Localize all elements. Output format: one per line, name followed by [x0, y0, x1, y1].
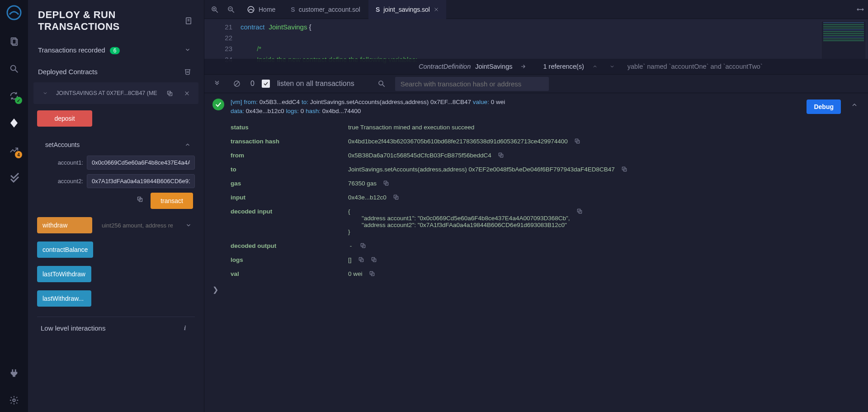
withdraw-button[interactable]: withdraw — [37, 217, 92, 233]
ban-icon[interactable] — [231, 77, 243, 90]
tx-key: input — [231, 194, 348, 201]
tab-home-label: Home — [259, 6, 275, 13]
tab-joint-savings[interactable]: S joint_savings.sol — [368, 0, 446, 19]
pending-count: 0 — [250, 80, 255, 88]
account1-input[interactable] — [87, 156, 195, 170]
terminal-prompt[interactable]: ❯ — [212, 285, 860, 294]
tab-customer-account[interactable]: S customer_account.sol — [283, 0, 368, 19]
svg-line-4 — [15, 70, 18, 73]
search-icon[interactable] — [7, 62, 21, 76]
close-icon[interactable] — [180, 87, 193, 99]
tx-value: true Transaction mined and execution suc… — [348, 124, 860, 131]
settings-icon[interactable] — [7, 393, 21, 407]
panel-doc-icon[interactable] — [183, 14, 194, 27]
svg-line-29 — [382, 85, 385, 87]
copy-icon[interactable] — [163, 87, 176, 99]
copy-icon[interactable] — [360, 242, 366, 249]
ref-tail: yable` named `accountOne` and `accountTw… — [627, 63, 763, 70]
copy-icon[interactable] — [393, 194, 399, 200]
tx-value: 0x43e...b12c0 — [348, 194, 860, 201]
svg-point-28 — [379, 81, 383, 85]
compiler-icon[interactable]: ✓ — [7, 89, 21, 103]
deployed-instance-header[interactable]: JOINTSAVINGS AT 0X7EF...8CB47 (ME — [33, 82, 198, 104]
tx-key: from — [231, 152, 348, 159]
tx-value: 0x5B38Da6a701c568545dCfcB03FcB875f56bedd… — [348, 152, 860, 159]
info-icon[interactable]: i — [179, 322, 191, 334]
withdraw-params-input[interactable] — [97, 218, 178, 232]
tab-home[interactable]: Home — [240, 0, 283, 19]
contractbalance-button[interactable]: contractBalance — [37, 242, 93, 258]
solidity-file-icon: S — [376, 6, 380, 13]
svg-point-0 — [7, 6, 21, 19]
file-explorer-icon[interactable] — [7, 34, 21, 49]
chevron-up-icon[interactable] — [589, 60, 601, 73]
left-icon-bar: ✓ 4 — [0, 0, 28, 412]
svg-point-3 — [11, 66, 16, 71]
deployed-contracts-label: Deployed Contracts — [38, 68, 98, 76]
deposit-button[interactable]: deposit — [37, 110, 92, 127]
compiler-success-badge: ✓ — [15, 97, 22, 104]
tx-value: 0 wei — [348, 270, 860, 277]
chevron-down-icon[interactable] — [606, 60, 618, 73]
zoom-in-icon[interactable] — [207, 2, 222, 17]
tx-key: decoded output — [231, 242, 348, 249]
copy-icon[interactable] — [371, 256, 377, 263]
home-tab-icon — [247, 5, 255, 14]
transactions-recorded-label: Transactions recorded — [38, 46, 105, 54]
analytics-icon[interactable]: 4 — [7, 143, 21, 157]
chevron-up-icon[interactable] — [181, 138, 194, 151]
code-editor[interactable]: 21222324 contract JointSavings { /* Insi… — [204, 19, 868, 74]
debug-button[interactable]: Debug — [807, 99, 841, 114]
tx-value: { "address account1": "0x0c0669Cd5e60a6F… — [348, 208, 860, 235]
chevron-down-icon[interactable] — [182, 219, 195, 232]
lowlevel-label: Low level interactions — [41, 324, 105, 332]
copy-icon[interactable] — [383, 180, 389, 186]
expand-icon[interactable] — [853, 2, 868, 17]
copy-icon[interactable] — [621, 166, 627, 172]
copy-params-icon[interactable] — [133, 193, 146, 205]
tx-key: transaction hash — [231, 138, 348, 145]
transactions-recorded-row[interactable]: Transactions recorded6 — [28, 39, 204, 61]
ref-name: JointSavings — [475, 63, 512, 70]
copy-icon[interactable] — [369, 270, 375, 277]
lasttowithdraw-button[interactable]: lastToWithdraw — [37, 266, 91, 282]
tx-row: input0x43e...b12c0 — [231, 190, 860, 204]
ref-kind: ContractDefinition — [419, 63, 471, 70]
share-icon[interactable] — [517, 60, 529, 73]
terminal-search-input[interactable] — [395, 77, 549, 91]
terminal: Debug [vm] from: 0x5B3...eddC4 to: Joint… — [204, 93, 868, 412]
tab-bar: Home S customer_account.sol S joint_savi… — [204, 0, 868, 19]
success-icon — [212, 99, 224, 110]
copy-icon[interactable] — [498, 152, 504, 158]
tx-key: to — [231, 166, 348, 173]
plugin-icon[interactable] — [7, 366, 21, 380]
copy-icon[interactable] — [576, 208, 583, 214]
copy-icon[interactable] — [574, 138, 580, 144]
zoom-out-icon[interactable] — [223, 2, 239, 17]
terminal-search-icon[interactable] — [375, 77, 388, 90]
tx-row: val0 wei — [231, 267, 860, 281]
deploy-icon[interactable] — [7, 116, 21, 130]
svg-point-5 — [13, 399, 15, 402]
transact-button[interactable]: transact — [151, 193, 193, 209]
account2-input[interactable] — [87, 174, 195, 188]
remix-logo[interactable] — [5, 4, 23, 22]
solidity-file-icon: S — [291, 6, 295, 13]
chevron-up-icon[interactable] — [851, 101, 858, 109]
collapse-icon[interactable] — [211, 77, 223, 90]
chevron-down-icon[interactable] — [39, 87, 52, 99]
tx-key: val — [231, 270, 348, 277]
tx-row: from0x5B38Da6a701c568545dCfcB03FcB875f56… — [231, 148, 860, 162]
copy-icon[interactable] — [358, 256, 364, 263]
tx-value: [] — [348, 256, 860, 263]
close-tab-icon[interactable] — [434, 7, 439, 12]
tab-joint-savings-label: joint_savings.sol — [383, 6, 430, 13]
trash-icon[interactable] — [181, 65, 194, 78]
lastwithdraw-button[interactable]: lastWithdraw... — [37, 290, 91, 307]
tab-customer-account-label: customer_account.sol — [299, 6, 360, 13]
debugger-icon[interactable] — [7, 170, 21, 185]
listen-checkbox[interactable] — [262, 80, 270, 88]
tx-row: statustrue Transaction mined and executi… — [231, 120, 860, 134]
chevron-down-icon[interactable] — [181, 43, 194, 56]
tx-summary[interactable]: [vm] from: 0x5B3...eddC4 to: JointSaving… — [212, 98, 860, 116]
